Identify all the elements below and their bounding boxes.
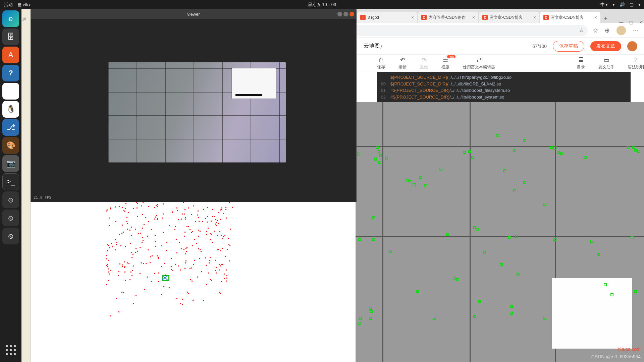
power-icon[interactable]: ▾ bbox=[638, 2, 641, 7]
tool-grammar[interactable]: ?语法说明 bbox=[628, 57, 644, 70]
map-point bbox=[177, 210, 178, 211]
map-point bbox=[108, 272, 109, 273]
map-point bbox=[151, 229, 152, 230]
map-point bbox=[198, 230, 199, 231]
orb-feature bbox=[424, 184, 427, 187]
close-icon[interactable]: × bbox=[411, 15, 414, 20]
viewer-titlebar[interactable]: viewer bbox=[31, 9, 356, 19]
volume-icon[interactable]: 🔊 bbox=[620, 2, 625, 7]
map-point bbox=[194, 260, 195, 261]
save-draft-button[interactable]: 保存草稿 bbox=[553, 41, 584, 52]
csdn-avatar[interactable] bbox=[627, 41, 637, 51]
map-point bbox=[218, 249, 219, 250]
launcher-files[interactable]: 🗄 bbox=[2, 28, 19, 45]
orb-feature bbox=[590, 240, 593, 243]
launcher-edge[interactable]: e bbox=[2, 10, 19, 27]
map-point bbox=[176, 239, 177, 240]
bookmark-icon[interactable]: ☆ bbox=[579, 27, 584, 34]
launcher-screenshot[interactable]: 📷 bbox=[2, 155, 19, 172]
launcher-gimp[interactable]: 🎨 bbox=[2, 137, 19, 154]
map-point bbox=[109, 218, 110, 219]
map-point bbox=[221, 281, 222, 282]
map-point bbox=[209, 260, 210, 261]
map-point bbox=[193, 205, 194, 206]
map-point bbox=[163, 203, 164, 204]
viewer-canvas[interactable]: 21.0 FPS bbox=[31, 19, 356, 202]
map-point bbox=[210, 233, 211, 234]
map-point bbox=[210, 257, 211, 258]
tool-redo[interactable]: ↷重做 bbox=[420, 56, 428, 70]
tool-toc[interactable]: ≣目录 bbox=[577, 56, 585, 70]
new-tab-button[interactable]: + bbox=[601, 14, 610, 23]
launcher-record-1[interactable]: ⦸ bbox=[2, 191, 19, 208]
menu-icon[interactable]: ⋯ bbox=[633, 27, 639, 34]
map-point bbox=[197, 215, 198, 216]
tab-1[interactable]: C内容管理-CSDN创作× bbox=[418, 12, 478, 23]
favorites-icon[interactable]: ✩ bbox=[593, 27, 598, 34]
clock[interactable]: 星期五 10：03 bbox=[308, 2, 336, 8]
tab-3[interactable]: C写文章-CSDN博客× bbox=[540, 12, 600, 23]
orb-feature bbox=[627, 146, 630, 149]
map-point bbox=[125, 280, 126, 281]
launcher-record-2[interactable]: ⦸ bbox=[2, 209, 19, 226]
viewer-close-icon[interactable] bbox=[350, 12, 354, 16]
show-apps-icon[interactable] bbox=[2, 342, 19, 359]
activities-label[interactable]: 活动 bbox=[4, 2, 13, 8]
viewer-min-icon[interactable] bbox=[337, 12, 342, 16]
map-point bbox=[225, 209, 226, 210]
tab-0[interactable]: ›3 rgbd× bbox=[357, 12, 417, 23]
viewer-max-icon[interactable] bbox=[343, 12, 348, 16]
orb-feature bbox=[553, 146, 556, 149]
collections-icon[interactable]: ⊕ bbox=[605, 27, 610, 34]
viewer-window[interactable]: viewer 21.0 FPS bbox=[31, 9, 357, 202]
launcher-software[interactable]: A bbox=[2, 47, 19, 63]
map-point bbox=[196, 243, 197, 244]
map-point bbox=[188, 207, 189, 208]
tool-save[interactable]: ⎙保存 bbox=[377, 57, 385, 70]
map-point bbox=[176, 252, 177, 253]
launcher-help[interactable]: ? bbox=[2, 65, 19, 81]
map-point bbox=[220, 250, 221, 251]
close-icon[interactable]: × bbox=[472, 15, 475, 20]
max-icon[interactable]: ▢ bbox=[629, 20, 633, 25]
orb-feature bbox=[369, 317, 372, 320]
map-point bbox=[186, 226, 187, 227]
close-icon[interactable]: × bbox=[594, 15, 597, 20]
code-block: ${PROJECT_SOURCE_DIR}/../../../Thirdpart… bbox=[377, 72, 631, 104]
map-point bbox=[212, 209, 213, 210]
tool-undo[interactable]: ↶撤销 bbox=[398, 56, 407, 70]
launcher-vscode[interactable]: ⎇ bbox=[2, 119, 19, 136]
help-icon: ? bbox=[634, 57, 638, 64]
map-point bbox=[221, 209, 222, 210]
battery-icon[interactable]: ▢ bbox=[630, 2, 634, 7]
orb-feature bbox=[463, 151, 466, 154]
map-point bbox=[137, 207, 138, 208]
tool-richtext[interactable]: ⇄使用富文本编辑器 bbox=[463, 56, 495, 70]
launcher-record-3[interactable]: ⦸ bbox=[2, 228, 19, 244]
map-point bbox=[192, 281, 193, 282]
ime-indicator[interactable]: 中▾ bbox=[600, 2, 608, 8]
map-point bbox=[178, 265, 179, 266]
close-icon[interactable]: × bbox=[533, 15, 536, 20]
template-icon: ☰ bbox=[443, 56, 448, 64]
map-point bbox=[125, 246, 126, 247]
app-menu[interactable]: ▦ vtk▾ bbox=[17, 2, 31, 7]
map-point bbox=[109, 274, 110, 275]
tool-template[interactable]: ☰模版 bbox=[441, 56, 449, 70]
tab-2[interactable]: C写文章-CSDN博客× bbox=[479, 12, 539, 23]
network-icon[interactable]: ▾ bbox=[612, 2, 615, 7]
orb-feature bbox=[500, 263, 503, 266]
launcher-baidu[interactable]: ☁ bbox=[2, 83, 19, 100]
tool-helper[interactable]: ▭发文助手 bbox=[598, 56, 614, 70]
close-window-icon[interactable]: × bbox=[639, 20, 642, 25]
profile-avatar[interactable] bbox=[616, 26, 626, 35]
launcher-terminal[interactable]: >_ bbox=[2, 173, 19, 190]
map-point bbox=[140, 273, 141, 274]
launcher-qq[interactable]: 🐧 bbox=[2, 101, 19, 118]
map-point bbox=[136, 248, 137, 249]
map-point bbox=[107, 250, 108, 251]
orb-feature bbox=[456, 278, 459, 281]
min-icon[interactable]: — bbox=[619, 20, 623, 25]
publish-button[interactable]: 发布文章 bbox=[590, 41, 621, 51]
map-point bbox=[229, 245, 230, 246]
